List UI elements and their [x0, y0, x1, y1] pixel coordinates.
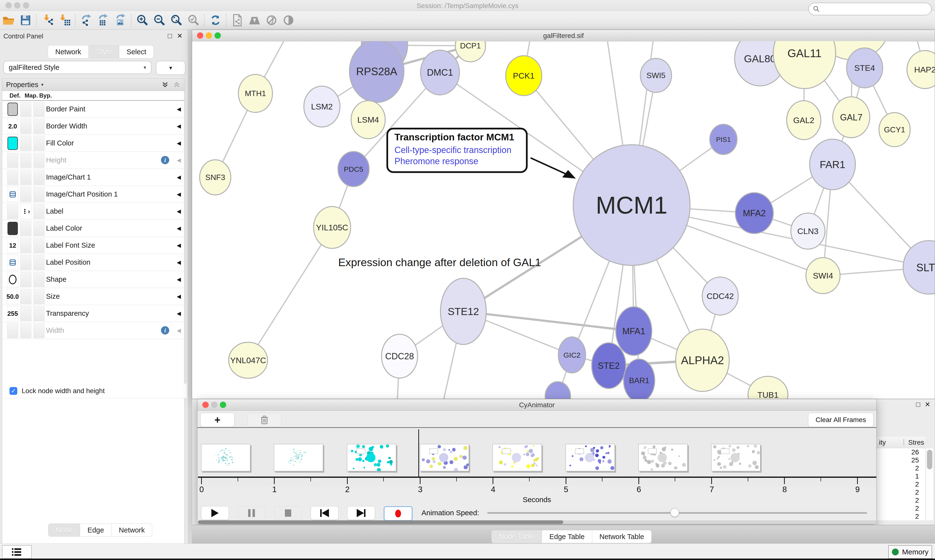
task-history-button[interactable] — [2, 545, 32, 559]
property-value-cell[interactable] — [33, 187, 45, 202]
property-value-cell[interactable] — [33, 221, 45, 236]
table-row[interactable]: 25 — [876, 456, 925, 465]
property-value-cell[interactable] — [20, 170, 31, 185]
property-value-cell[interactable] — [20, 255, 31, 270]
property-value-cell[interactable] — [33, 306, 45, 321]
node-cln3[interactable]: CLN3 — [791, 213, 825, 249]
node-purpb[interactable] — [545, 382, 571, 399]
frame-thumbnail-5s[interactable] — [566, 444, 615, 471]
stop-button[interactable] — [274, 506, 302, 520]
expand-property-icon[interactable]: ◀ — [177, 118, 181, 134]
expand-property-icon[interactable]: ◀ — [177, 322, 181, 339]
skip-end-button[interactable] — [347, 506, 375, 520]
property-value-cell[interactable]: 255 — [7, 306, 18, 321]
node-alpha2[interactable]: ALPHA2 — [676, 329, 729, 391]
frame-thumbnail-6s[interactable] — [639, 444, 688, 471]
export-network-button[interactable] — [78, 13, 95, 28]
property-value-cell[interactable] — [33, 323, 45, 338]
node-mfa2[interactable]: MFA2 — [735, 193, 773, 234]
record-button[interactable] — [384, 506, 412, 521]
expand-property-icon[interactable]: ◀ — [177, 288, 181, 305]
frame-thumbnail-4s[interactable] — [492, 444, 542, 471]
save-session-button[interactable] — [17, 13, 34, 28]
add-frame-button[interactable]: + — [201, 413, 235, 427]
lock-size-checkbox[interactable]: ✓ — [9, 387, 17, 395]
node-dcp1[interactable]: DCP1 — [455, 41, 486, 62]
property-value-cell[interactable] — [7, 187, 18, 202]
node-pck1[interactable]: PCK1 — [506, 56, 542, 95]
property-value-cell[interactable] — [33, 153, 45, 168]
style-target-tab-network[interactable]: Network — [111, 523, 152, 537]
expand-property-icon[interactable]: ◀ — [177, 135, 181, 152]
property-row-border-paint[interactable]: Border Paint◀ — [2, 101, 184, 118]
table-row[interactable]: 26 — [876, 448, 925, 456]
style-target-tab-edge[interactable]: Edge — [80, 523, 111, 537]
tab-node-table[interactable]: Node Table — [491, 530, 542, 543]
property-value-cell[interactable]: ⋮› — [20, 204, 31, 219]
frame-thumbnail-7s[interactable] — [711, 444, 761, 471]
property-row-shape[interactable]: Shape◀ — [2, 271, 184, 288]
property-row-size[interactable]: 50.0Size◀ — [2, 288, 184, 305]
property-row-label-font-size[interactable]: 12Label Font Size◀ — [2, 237, 184, 254]
node-cdc28[interactable]: CDC28 — [381, 334, 418, 378]
zoom-fit-button[interactable] — [168, 13, 185, 28]
table-row[interactable]: 2 — [876, 480, 925, 488]
table-row[interactable]: 2 — [876, 497, 925, 505]
node-cdc42[interactable]: CDC42 — [702, 277, 738, 315]
expand-property-icon[interactable]: ◀ — [177, 186, 181, 203]
expand-property-icon[interactable]: ◀ — [177, 254, 181, 271]
zoom-selected-button[interactable] — [185, 13, 202, 28]
pause-button[interactable] — [238, 506, 265, 520]
column-header[interactable]: ity — [879, 438, 886, 446]
property-value-cell[interactable] — [20, 136, 31, 151]
property-row-height[interactable]: Heighti◀ — [2, 152, 184, 169]
node-rps28a[interactable]: RPS28A — [349, 41, 404, 102]
property-value-cell[interactable] — [33, 119, 45, 134]
property-value-cell[interactable] — [33, 238, 45, 253]
node-snf3[interactable]: SNF3 — [200, 160, 231, 195]
node-gal2[interactable]: GAL2 — [787, 101, 821, 140]
skip-start-button[interactable] — [311, 506, 338, 520]
property-row-transparency[interactable]: 255Transparency◀ — [2, 305, 184, 322]
info-icon[interactable]: i — [161, 156, 169, 164]
property-value-cell[interactable] — [7, 136, 18, 151]
expand-property-icon[interactable]: ◀ — [177, 152, 181, 169]
column-header[interactable]: Stres — [908, 438, 924, 446]
zoom-in-button[interactable] — [134, 13, 151, 28]
node-bar1[interactable]: BAR1 — [623, 359, 655, 399]
node-mfa1[interactable]: MFA1 — [616, 307, 652, 355]
property-value-cell[interactable] — [20, 119, 31, 134]
property-value-cell[interactable] — [33, 272, 45, 287]
property-value-cell[interactable] — [7, 272, 18, 287]
property-value-cell[interactable] — [33, 255, 45, 270]
table-row[interactable]: 2 — [876, 505, 925, 512]
property-value-cell[interactable] — [20, 289, 31, 304]
property-value-cell[interactable] — [7, 102, 18, 117]
property-value-cell[interactable] — [33, 289, 45, 304]
frame-thumbnail-1s[interactable] — [274, 444, 323, 471]
show-details-button[interactable] — [280, 13, 297, 28]
memory-button[interactable]: Memory — [888, 545, 932, 559]
tab-network-table[interactable]: Network Table — [592, 530, 651, 543]
property-value-cell[interactable] — [20, 102, 31, 117]
clear-all-frames-button[interactable]: Clear All Frames — [808, 413, 873, 427]
scrollbar-thumb[interactable] — [927, 450, 932, 469]
property-value-cell[interactable] — [33, 102, 45, 117]
cyanimator-titlebar[interactable]: CyAnimator — [197, 399, 876, 411]
timeline-playhead[interactable] — [418, 429, 419, 477]
expand-property-icon[interactable]: ◀ — [177, 203, 181, 220]
node-mcm1[interactable]: MCM1 — [573, 145, 690, 265]
table-row[interactable]: 2 — [876, 465, 925, 472]
expand-property-icon[interactable]: ◀ — [177, 220, 181, 237]
lock-size-row[interactable]: ✓ Lock node width and height — [4, 384, 187, 398]
expand-property-icon[interactable]: ◀ — [177, 169, 181, 186]
property-value-cell[interactable] — [20, 153, 31, 168]
property-value-cell[interactable] — [7, 170, 18, 185]
zoom-out-button[interactable] — [151, 13, 168, 28]
tab-style[interactable]: Style — [89, 45, 119, 58]
node-swi5[interactable]: SWI5 — [640, 58, 671, 92]
network-canvas[interactable]: DCP1RPS28ADMC1PCK1SWI5GAL80GAL11STE4HAP2… — [192, 41, 935, 399]
node-lsm4[interactable]: LSM4 — [351, 101, 385, 138]
annotation-box[interactable]: Transcription factor MCM1 Cell-type-spec… — [386, 128, 528, 173]
style-options-button[interactable]: ▾ — [156, 61, 185, 75]
